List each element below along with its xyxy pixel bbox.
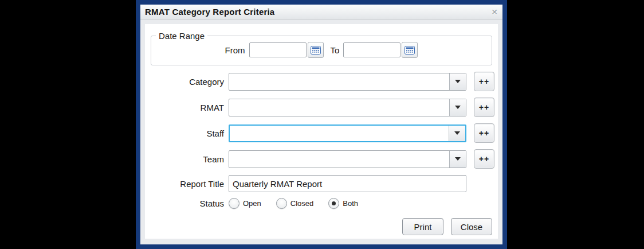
report-title-row: Report Title (148, 175, 494, 192)
staff-label: Staff (148, 129, 229, 138)
report-title-input[interactable] (229, 175, 466, 192)
staff-combobox-value (230, 126, 449, 141)
staff-combobox[interactable] (229, 124, 466, 142)
chevron-down-icon[interactable] (449, 73, 466, 90)
team-combobox[interactable] (229, 150, 466, 168)
radio-icon[interactable] (328, 198, 339, 209)
from-calendar-button[interactable] (308, 42, 324, 58)
category-label: Category (148, 77, 229, 87)
team-label: Team (148, 154, 229, 164)
category-row: Category ++ (148, 72, 494, 91)
to-date-input[interactable] (343, 42, 400, 57)
staff-add-button[interactable]: ++ (474, 123, 494, 143)
dialog-content-panel: Date Range From (145, 24, 498, 239)
status-option-closed-label: Closed (290, 199, 313, 208)
rmat-add-button[interactable]: ++ (474, 98, 494, 117)
status-radio-group: Open Closed Both (229, 198, 373, 209)
calendar-icon (405, 46, 415, 55)
status-option-open-label: Open (243, 199, 261, 208)
calendar-icon (311, 46, 321, 55)
status-option-open[interactable]: Open (229, 198, 261, 209)
report-title-label: Report Title (148, 179, 229, 189)
rmat-combobox-value (229, 99, 449, 116)
team-combobox-value (229, 151, 449, 168)
dialog-footer: Print Close (148, 218, 494, 235)
dialog-title: RMAT Category Report Criteria (145, 7, 491, 17)
chevron-down-icon[interactable] (449, 151, 466, 168)
date-range-row: From To (151, 42, 492, 58)
to-calendar-button[interactable] (402, 42, 418, 58)
dialog-chrome: Date Range From (140, 20, 502, 244)
category-combobox-value (229, 73, 449, 90)
dialog-titlebar[interactable]: RMAT Category Report Criteria ✕ (140, 5, 502, 20)
status-option-both-label: Both (343, 199, 358, 208)
report-criteria-dialog: RMAT Category Report Criteria ✕ Date Ran… (136, 0, 507, 249)
close-icon[interactable]: ✕ (491, 8, 498, 16)
date-range-legend: Date Range (156, 31, 207, 41)
radio-icon[interactable] (276, 198, 287, 209)
team-add-button[interactable]: ++ (474, 149, 494, 169)
rmat-combobox[interactable] (229, 99, 466, 116)
chevron-down-icon[interactable] (449, 126, 465, 141)
team-row: Team ++ (148, 149, 494, 169)
to-label: To (331, 45, 340, 55)
radio-icon[interactable] (229, 198, 239, 209)
category-combobox[interactable] (229, 73, 466, 91)
status-label: Status (148, 199, 229, 208)
status-row: Status Open Closed Both (148, 198, 494, 209)
rmat-label: RMAT (148, 103, 229, 112)
staff-row: Staff ++ (148, 123, 494, 143)
from-label: From (225, 45, 245, 55)
status-option-closed[interactable]: Closed (276, 198, 313, 209)
date-range-fieldset: Date Range From (151, 31, 492, 65)
rmat-row: RMAT ++ (148, 98, 494, 117)
print-button[interactable]: Print (402, 218, 443, 235)
screen-backdrop: RMAT Category Report Criteria ✕ Date Ran… (0, 0, 644, 249)
from-date-input[interactable] (249, 42, 307, 57)
status-option-both[interactable]: Both (328, 198, 358, 209)
chevron-down-icon[interactable] (449, 99, 466, 116)
close-button[interactable]: Close (451, 218, 492, 235)
category-add-button[interactable]: ++ (474, 72, 494, 91)
